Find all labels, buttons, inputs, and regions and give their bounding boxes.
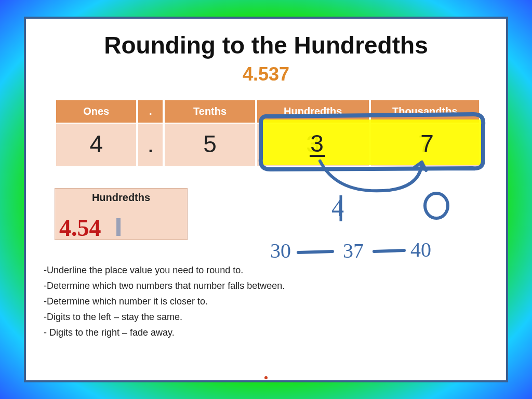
range-dash-1	[298, 251, 332, 252]
slide-card: Rounding to the Hundredths 4.537 Ones . …	[24, 17, 508, 382]
table-header-row: Ones . Tenths Hundredths Thousandths	[56, 100, 480, 123]
rule-item: -Determine which two numbers that number…	[44, 278, 285, 293]
rule-item: -Underline the place value you need to r…	[44, 263, 285, 277]
answer-box-label: Hundredths	[55, 189, 187, 204]
digit-ones: 4	[56, 123, 137, 167]
handwriting-zero-circle	[425, 193, 448, 218]
col-header-decimal: .	[138, 100, 163, 123]
rule-item: -Determine which number it is closer to.	[44, 294, 285, 309]
handwriting-four: 4	[331, 194, 344, 221]
example-number: 4.537	[26, 63, 506, 85]
range-dash-2	[374, 250, 404, 251]
answer-box: Hundredths	[55, 188, 188, 240]
digit-tenths: 5	[164, 123, 255, 167]
digit-decimal: .	[138, 123, 163, 167]
col-header-ones: Ones	[56, 100, 137, 123]
page-title: Rounding to the Hundredths	[26, 31, 506, 59]
place-value-table: Ones . Tenths Hundredths Thousandths 4 .…	[55, 100, 481, 167]
handwriting-range-left: 30	[270, 239, 291, 262]
digit-thousandths: 7	[370, 123, 480, 167]
handwriting-range-mid: 37	[343, 239, 364, 262]
col-header-hundredths: Hundredths	[257, 100, 369, 123]
handwriting-range-right: 40	[410, 238, 431, 261]
rule-item: - Digits to the right – fade away.	[44, 325, 285, 340]
digit-hundredths: 3	[257, 123, 369, 167]
rule-item: -Digits to the left – stay the same.	[44, 310, 285, 324]
col-header-thousandths: Thousandths	[370, 100, 480, 123]
col-header-tenths: Tenths	[164, 100, 255, 123]
rainbow-background: Rounding to the Hundredths 4.537 Ones . …	[0, 0, 532, 399]
table-digit-row: 4 . 5 3 7	[56, 123, 480, 167]
instruction-list: -Underline the place value you need to r…	[44, 263, 285, 341]
laser-pointer-dot	[264, 376, 268, 379]
